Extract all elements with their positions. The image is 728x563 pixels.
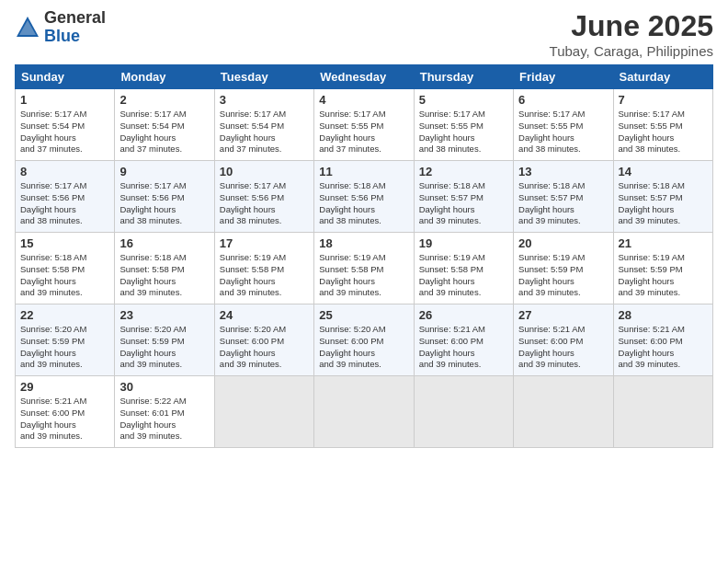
table-row: 6 Sunrise: 5:17 AMSunset: 5:55 PMDayligh… [514,89,613,161]
day-number: 27 [518,308,608,322]
calendar-week-row: 8 Sunrise: 5:17 AMSunset: 5:56 PMDayligh… [16,161,713,233]
table-row: 11 Sunrise: 5:18 AMSunset: 5:56 PMDaylig… [314,161,414,233]
table-row: 13 Sunrise: 5:18 AMSunset: 5:57 PMDaylig… [514,161,613,233]
day-number: 1 [20,93,109,107]
cell-text: Sunrise: 5:17 AMSunset: 5:55 PMDaylight … [518,109,585,154]
logo-blue: Blue [44,28,106,46]
col-friday: Friday [514,65,613,89]
day-number: 30 [119,380,209,394]
table-row: 28 Sunrise: 5:21 AMSunset: 6:00 PMDaylig… [613,304,712,376]
day-number: 19 [419,236,508,250]
cell-text: Sunrise: 5:17 AMSunset: 5:56 PMDaylight … [220,180,286,225]
cell-text: Sunrise: 5:17 AMSunset: 5:56 PMDaylight … [20,180,86,225]
cell-text: Sunrise: 5:18 AMSunset: 5:58 PMDaylight … [119,252,186,297]
table-row [314,376,414,448]
table-row: 23 Sunrise: 5:20 AMSunset: 5:59 PMDaylig… [115,304,214,376]
col-wednesday: Wednesday [314,65,414,89]
calendar-header-row: Sunday Monday Tuesday Wednesday Thursday… [16,65,713,89]
day-number: 9 [119,165,209,178]
table-row [613,376,712,448]
table-row: 12 Sunrise: 5:18 AMSunset: 5:57 PMDaylig… [414,161,513,233]
table-row [414,376,513,448]
col-saturday: Saturday [613,65,712,89]
day-number: 21 [619,236,708,250]
table-row: 25 Sunrise: 5:20 AMSunset: 6:00 PMDaylig… [314,304,414,376]
table-row: 10 Sunrise: 5:17 AMSunset: 5:56 PMDaylig… [214,161,313,233]
cell-text: Sunrise: 5:18 AMSunset: 5:56 PMDaylight … [319,180,385,225]
calendar-week-row: 29 Sunrise: 5:21 AMSunset: 6:00 PMDaylig… [16,376,713,448]
day-number: 22 [20,308,109,322]
table-row: 20 Sunrise: 5:19 AMSunset: 5:59 PMDaylig… [514,233,613,304]
cell-text: Sunrise: 5:17 AMSunset: 5:56 PMDaylight … [119,180,186,225]
table-row: 14 Sunrise: 5:18 AMSunset: 5:57 PMDaylig… [613,161,712,233]
cell-text: Sunrise: 5:20 AMSunset: 6:00 PMDaylight … [319,324,385,369]
table-row: 26 Sunrise: 5:21 AMSunset: 6:00 PMDaylig… [414,304,513,376]
table-row: 4 Sunrise: 5:17 AMSunset: 5:55 PMDayligh… [314,89,414,161]
cell-text: Sunrise: 5:19 AMSunset: 5:58 PMDaylight … [419,252,485,297]
location-title: Tubay, Caraga, Philippines [550,43,713,59]
day-number: 25 [319,308,408,322]
table-row: 30 Sunrise: 5:22 AMSunset: 6:01 PMDaylig… [115,376,214,448]
cell-text: Sunrise: 5:17 AMSunset: 5:55 PMDaylight … [419,109,485,154]
cell-text: Sunrise: 5:17 AMSunset: 5:54 PMDaylight … [220,109,286,154]
table-row: 15 Sunrise: 5:18 AMSunset: 5:58 PMDaylig… [16,233,115,304]
day-number: 29 [20,380,109,394]
cell-text: Sunrise: 5:21 AMSunset: 6:00 PMDaylight … [419,324,485,369]
day-number: 7 [619,93,708,107]
logo-text: General Blue [44,9,106,46]
day-number: 4 [319,93,408,107]
cell-text: Sunrise: 5:21 AMSunset: 6:00 PMDaylight … [518,324,585,369]
day-number: 23 [119,308,209,322]
logo-icon [15,15,40,40]
day-number: 13 [518,165,608,178]
cell-text: Sunrise: 5:21 AMSunset: 6:00 PMDaylight … [20,396,86,441]
day-number: 2 [119,93,209,107]
table-row: 3 Sunrise: 5:17 AMSunset: 5:54 PMDayligh… [214,89,313,161]
cell-text: Sunrise: 5:18 AMSunset: 5:57 PMDaylight … [518,180,585,225]
calendar-week-row: 22 Sunrise: 5:20 AMSunset: 5:59 PMDaylig… [16,304,713,376]
calendar-week-row: 15 Sunrise: 5:18 AMSunset: 5:58 PMDaylig… [16,233,713,304]
cell-text: Sunrise: 5:17 AMSunset: 5:55 PMDaylight … [619,109,685,154]
table-row: 17 Sunrise: 5:19 AMSunset: 5:58 PMDaylig… [214,233,313,304]
table-row: 5 Sunrise: 5:17 AMSunset: 5:55 PMDayligh… [414,89,513,161]
day-number: 11 [319,165,408,178]
day-number: 26 [419,308,508,322]
table-row: 1 Sunrise: 5:17 AMSunset: 5:54 PMDayligh… [16,89,115,161]
table-row: 16 Sunrise: 5:18 AMSunset: 5:58 PMDaylig… [115,233,214,304]
day-number: 14 [619,165,708,178]
title-area: June 2025 Tubay, Caraga, Philippines [550,9,713,59]
table-row: 21 Sunrise: 5:19 AMSunset: 5:59 PMDaylig… [613,233,712,304]
header: General Blue June 2025 Tubay, Caraga, Ph… [15,9,713,59]
logo-area: General Blue [15,9,106,46]
day-number: 28 [619,308,708,322]
logo-general: General [44,9,106,28]
day-number: 18 [319,236,408,250]
day-number: 17 [220,236,309,250]
table-row: 18 Sunrise: 5:19 AMSunset: 5:58 PMDaylig… [314,233,414,304]
table-row [514,376,613,448]
cell-text: Sunrise: 5:22 AMSunset: 6:01 PMDaylight … [119,396,186,441]
calendar-week-row: 1 Sunrise: 5:17 AMSunset: 5:54 PMDayligh… [16,89,713,161]
table-row: 7 Sunrise: 5:17 AMSunset: 5:55 PMDayligh… [613,89,712,161]
cell-text: Sunrise: 5:20 AMSunset: 5:59 PMDaylight … [119,324,186,369]
month-title: June 2025 [550,9,713,43]
day-number: 20 [518,236,608,250]
table-row: 22 Sunrise: 5:20 AMSunset: 5:59 PMDaylig… [16,304,115,376]
cell-text: Sunrise: 5:19 AMSunset: 5:58 PMDaylight … [220,252,286,297]
day-number: 16 [119,236,209,250]
cell-text: Sunrise: 5:18 AMSunset: 5:57 PMDaylight … [419,180,485,225]
table-row: 2 Sunrise: 5:17 AMSunset: 5:54 PMDayligh… [115,89,214,161]
day-number: 5 [419,93,508,107]
table-row: 24 Sunrise: 5:20 AMSunset: 6:00 PMDaylig… [214,304,313,376]
cell-text: Sunrise: 5:17 AMSunset: 5:55 PMDaylight … [319,109,385,154]
table-row: 9 Sunrise: 5:17 AMSunset: 5:56 PMDayligh… [115,161,214,233]
table-row: 29 Sunrise: 5:21 AMSunset: 6:00 PMDaylig… [16,376,115,448]
cell-text: Sunrise: 5:19 AMSunset: 5:58 PMDaylight … [319,252,385,297]
cell-text: Sunrise: 5:18 AMSunset: 5:58 PMDaylight … [20,252,86,297]
cell-text: Sunrise: 5:19 AMSunset: 5:59 PMDaylight … [518,252,585,297]
col-sunday: Sunday [16,65,115,89]
col-tuesday: Tuesday [214,65,313,89]
cell-text: Sunrise: 5:18 AMSunset: 5:57 PMDaylight … [619,180,685,225]
table-row: 8 Sunrise: 5:17 AMSunset: 5:56 PMDayligh… [16,161,115,233]
day-number: 10 [220,165,309,178]
